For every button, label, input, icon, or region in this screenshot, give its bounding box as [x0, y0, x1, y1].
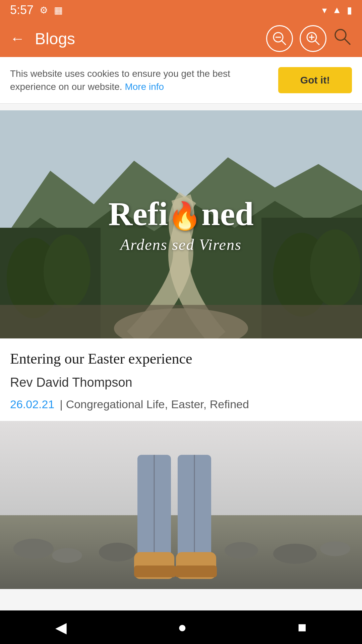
page-title: Blogs: [35, 30, 256, 48]
nav-recent-button[interactable]: ■: [298, 619, 307, 636]
back-button[interactable]: ←: [10, 30, 25, 47]
search-button[interactable]: [333, 28, 352, 50]
blog-image-overlay: Refi🔥ned Ardens sed Virens: [0, 110, 362, 338]
svg-line-8: [345, 39, 350, 44]
wifi-icon: ▾: [322, 5, 327, 16]
got-it-button[interactable]: Got it!: [278, 67, 352, 93]
blog-title-1: Entering our Easter experience: [10, 350, 352, 367]
main-content: Refi🔥ned Ardens sed Virens Entering our …: [0, 110, 362, 589]
svg-rect-33: [134, 566, 176, 577]
blog-image-title: Refi🔥ned: [108, 196, 253, 232]
blog-image-2: [0, 421, 362, 589]
cookie-banner: This website uses cookies to ensure you …: [0, 57, 362, 104]
svg-point-25: [225, 542, 258, 559]
status-right: ▾ ▲ ▮: [322, 5, 352, 16]
svg-line-6: [315, 41, 319, 45]
blog-info-1: Entering our Easter experience Rev David…: [0, 338, 362, 421]
svg-point-23: [52, 548, 82, 563]
blog-card-2[interactable]: [0, 421, 362, 589]
svg-point-22: [13, 539, 54, 559]
svg-point-26: [273, 544, 317, 564]
bottom-nav: ◀ ● ■: [0, 610, 362, 644]
flame-icon: 🔥: [168, 201, 201, 231]
blog-date-1: 26.02.21: [10, 398, 54, 411]
nav-bar: ← Blogs: [0, 20, 362, 57]
blog-author-1: Rev David Thompson: [10, 375, 352, 390]
blog-card-1[interactable]: Refi🔥ned Ardens sed Virens Entering our …: [0, 110, 362, 421]
signal-icon: ▲: [332, 5, 342, 15]
zoom-in-button[interactable]: [300, 25, 326, 52]
zoom-out-button[interactable]: [266, 25, 293, 52]
back-icon: ←: [10, 30, 25, 47]
blog-meta-1: 26.02.21 | Congregational Life, Easter, …: [10, 398, 352, 411]
status-bar: 5:57 ⚙ ▦ ▾ ▲ ▮: [0, 0, 362, 20]
more-info-link[interactable]: More info: [125, 82, 164, 92]
sim-icon: ▦: [54, 5, 63, 16]
nav-home-button[interactable]: ●: [178, 619, 187, 636]
cookie-message: This website uses cookies to ensure you …: [10, 67, 268, 93]
settings-icon: ⚙: [40, 5, 48, 16]
svg-rect-35: [175, 566, 217, 577]
svg-point-27: [320, 541, 350, 556]
blog-categories-1: | Congregational Life, Easter, Refined: [60, 398, 249, 411]
blog-image-1: Refi🔥ned Ardens sed Virens: [0, 110, 362, 338]
status-time: 5:57: [10, 3, 34, 17]
status-left: 5:57 ⚙ ▦: [10, 3, 63, 17]
battery-icon: ▮: [347, 5, 352, 16]
blog-image-subtitle: Ardens sed Virens: [120, 236, 242, 254]
nav-icons: [266, 25, 352, 52]
svg-line-2: [282, 41, 286, 45]
nav-back-button[interactable]: ◀: [55, 619, 67, 636]
svg-point-24: [99, 543, 136, 561]
